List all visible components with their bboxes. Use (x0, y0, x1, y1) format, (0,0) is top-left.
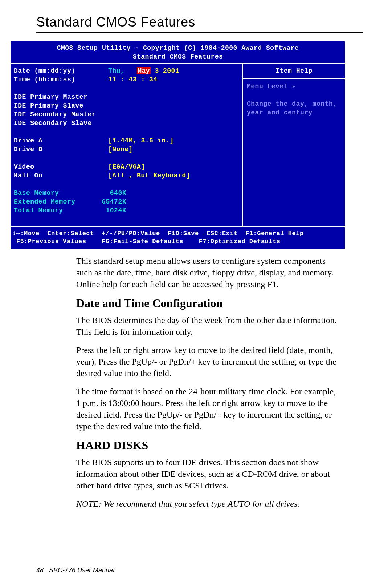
bios-field-video[interactable]: Video [EGA/VGA] (14, 162, 239, 171)
product-name: SBC-776 User Manual (49, 567, 114, 574)
ide-primary-master[interactable]: IDE Primary Master (14, 93, 239, 101)
bios-field-time[interactable]: Time (hh:mm:ss) 11 : 43 : 34 (14, 75, 239, 84)
bios-header: CMOS Setup Utility - Copyright (C) 1984-… (11, 41, 345, 63)
hard-disks-p1: The BIOS supports up to four IDE drives.… (76, 456, 341, 491)
page-title: Standard CMOS Features (36, 15, 363, 30)
video-label: Video (14, 162, 108, 171)
ext-mem-value: 65472K (86, 197, 126, 206)
note-auto-drives: NOTE: We recommend that you select type … (76, 498, 341, 510)
total-mem-value: 1024K (86, 206, 126, 215)
drive-a-label: Drive A (14, 136, 108, 145)
bios-header-line2: Standard CMOS Features (11, 52, 345, 61)
halt-label: Halt On (14, 171, 108, 180)
time-value: 11 : 43 : 34 (108, 75, 239, 84)
bios-field-halt[interactable]: Halt On [All , But Keyboard] (14, 171, 239, 180)
bios-total-memory: Total Memory 1024K (14, 206, 239, 215)
bios-panel: CMOS Setup Utility - Copyright (C) 1984-… (11, 41, 345, 249)
drive-b-label: Drive B (14, 145, 108, 154)
help-hint-line2: year and century (247, 108, 341, 117)
base-mem-label: Base Memory (14, 189, 86, 197)
bios-footer: ↕↔:Move Enter:Select +/-/PU/PD:Value F10… (11, 227, 345, 249)
time-label: Time (hh:mm:ss) (14, 75, 108, 84)
help-hint-line1: Change the day, month, (247, 100, 341, 108)
date-time-p3: The time format is based on the 24-hour … (76, 386, 341, 432)
menu-level: Menu Level ▸ (247, 82, 341, 91)
document-body: This standard setup menu allows users to… (36, 255, 363, 510)
drive-b-value: [None] (108, 145, 239, 154)
bios-field-date[interactable]: Date (mm:dd:yy) Thu, May 3 2001 (14, 67, 239, 75)
video-value: [EGA/VGA] (108, 162, 239, 171)
total-mem-label: Total Memory (14, 206, 86, 215)
section-heading-hard-disks: HARD DISKS (76, 439, 341, 452)
intro-paragraph: This standard setup menu allows users to… (76, 255, 341, 290)
bios-footer-line1: ↕↔:Move Enter:Select +/-/PU/PD:Value F10… (12, 230, 343, 238)
section-heading-date-time: Date and Time Configuration (76, 297, 341, 310)
bios-left-pane: Date (mm:dd:yy) Thu, May 3 2001 Time (hh… (11, 64, 243, 226)
date-month-selected[interactable]: May (137, 67, 151, 74)
ide-secondary-slave[interactable]: IDE Secondary Slave (14, 119, 239, 128)
bios-field-drive-b[interactable]: Drive B [None] (14, 145, 239, 154)
bios-base-memory: Base Memory 640K (14, 189, 239, 197)
page-footer: 48 SBC-776 User Manual (36, 567, 114, 574)
bios-help-pane: Item Help Menu Level ▸ Change the day, m… (243, 64, 345, 226)
page-number: 48 (36, 567, 44, 574)
date-label: Date (mm:dd:yy) (14, 67, 108, 75)
date-rest: 3 2001 (155, 67, 179, 74)
drive-a-value: [1.44M, 3.5 in.] (108, 136, 239, 145)
date-time-p2: Press the left or right arrow key to mov… (76, 344, 341, 379)
item-help-title: Item Help (243, 64, 345, 79)
ext-mem-label: Extended Memory (14, 197, 86, 206)
title-underline (36, 32, 363, 33)
ide-primary-slave[interactable]: IDE Primary Slave (14, 101, 239, 110)
bios-header-line1: CMOS Setup Utility - Copyright (C) 1984-… (11, 44, 345, 52)
bios-field-drive-a[interactable]: Drive A [1.44M, 3.5 in.] (14, 136, 239, 145)
date-time-p1: The BIOS determines the day of the week … (76, 314, 341, 338)
date-day: Thu, (108, 67, 124, 74)
ide-secondary-master[interactable]: IDE Secondary Master (14, 110, 239, 119)
bios-extended-memory: Extended Memory 65472K (14, 197, 239, 206)
halt-value: [All , But Keyboard] (108, 171, 239, 180)
base-mem-value: 640K (86, 189, 126, 197)
bios-footer-line2: F5:Previous Values F6:Fail-Safe Defaults… (12, 238, 343, 246)
